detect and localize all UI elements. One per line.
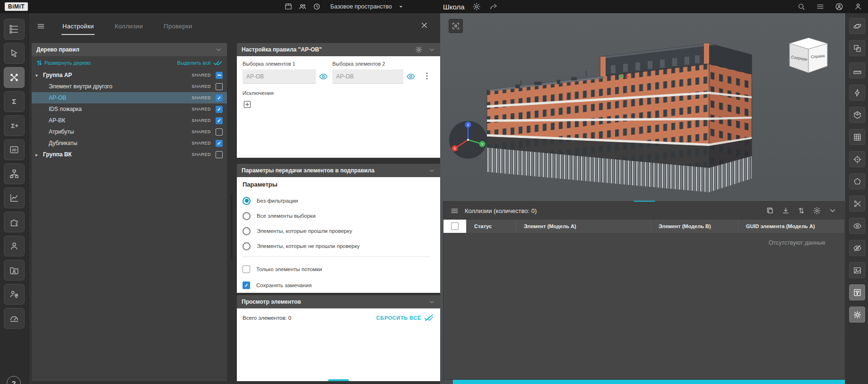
tree-item-1[interactable]: Элемент внутри другогоSHARED [32,81,227,92]
viewtool-explode-button[interactable] [849,307,865,323]
tool-view-2d-button[interactable]: 2D [4,139,25,160]
tree-item-checkbox[interactable] [216,140,223,147]
selection2-more-icon[interactable] [422,71,432,81]
reset-all-button[interactable]: СБРОСИТЬ ВСЁ [376,314,434,321]
viewtool-filter-box-button[interactable] [849,284,865,300]
expand-tree-link[interactable]: Развернуть дерево [36,60,91,66]
tool-puzzle-button[interactable] [4,212,25,232]
chevron-down-button[interactable] [828,206,837,215]
collisions-menu-icon[interactable] [450,206,459,215]
swap-vert-button[interactable] [797,206,806,215]
radio-icon[interactable] [243,242,251,250]
viewtool-layers-copy-button[interactable] [849,40,865,56]
gear-button[interactable] [813,206,821,215]
help-button[interactable]: ? [7,376,21,384]
tree-item-checkbox[interactable] [216,72,223,79]
panel-menu-icon[interactable] [36,22,45,31]
transfer-params-collapse-icon[interactable] [428,167,435,174]
viewtool-grid-button[interactable] [849,129,865,145]
collapse-tree-icon[interactable] [215,46,222,53]
tab-2[interactable]: Проверки [163,20,193,33]
tree-item-3[interactable]: IDS пожаркаSHARED [32,103,227,115]
tab-0[interactable]: Настройки [61,20,95,33]
radio-icon[interactable] [243,197,251,205]
tree-item-checkbox[interactable] [216,106,223,113]
column-header-2[interactable]: Элемент (Модель B) [651,220,738,233]
tree-item-checkbox[interactable] [216,151,223,158]
tool-folder-user-button[interactable] [4,260,25,281]
viewtool-image-off-button[interactable] [849,262,865,278]
search-button[interactable] [796,1,807,12]
tool-org-button[interactable] [4,163,25,184]
viewtool-section-cube-button[interactable] [849,107,865,123]
tool-model-tree-button[interactable] [4,19,25,40]
zoom-fit-button[interactable] [449,19,463,33]
radio-icon[interactable] [243,227,251,235]
person-button[interactable] [853,1,863,12]
tool-sigma-button[interactable]: Σ [4,91,25,112]
selection2-input[interactable] [332,69,403,84]
column-header-1[interactable]: Элемент (Модель А) [516,220,651,233]
package-button[interactable] [283,1,294,12]
viewtool-orbit-button[interactable] [849,18,865,34]
twisty-icon[interactable]: ▸ [35,152,42,157]
viewtool-bolt-button[interactable] [849,85,865,101]
rule-settings-collapse-icon[interactable] [428,46,435,53]
tree-item-4[interactable]: АР-ВКSHARED [32,115,227,126]
selection1-visibility-icon[interactable] [319,72,328,81]
copy-button[interactable] [766,206,774,215]
viewtool-scissors-cut-button[interactable] [849,196,865,212]
tree-scrollbar[interactable] [230,194,233,260]
radio-option-1[interactable]: Все элементы выборки [243,209,440,222]
radio-option-3[interactable]: Элементы, которые не прошли проверку [243,239,440,253]
radio-option-0[interactable]: Без фильтрации [243,194,440,207]
tree-item-checkbox[interactable] [216,117,223,124]
gear-button[interactable] [471,1,482,12]
forward-button[interactable] [488,1,499,12]
elements-view-collapse-icon[interactable] [428,299,435,306]
tool-chart-line-button[interactable] [4,188,25,208]
tree-item-5[interactable]: АтрибутыSHARED [32,126,227,137]
tree-item-checkbox[interactable] [216,128,223,136]
workspace-selector[interactable]: Базовое пространство [330,3,392,10]
tool-user-pin-button[interactable] [4,284,25,305]
select-all-link[interactable]: Выделить всё [177,60,222,66]
radio-option-2[interactable]: Элементы, которые прошли проверку [243,224,440,238]
team-button[interactable] [297,1,308,12]
tree-item-7[interactable]: ▸Группа ВКSHARED [32,149,227,160]
checkbox-icon[interactable] [243,265,250,273]
person-ring-button[interactable] [834,1,844,12]
viewtool-eye-button[interactable] [849,218,865,234]
tree-item-6[interactable]: ДубликатыSHARED [32,137,227,149]
rule-scroll-indicator[interactable] [328,379,349,381]
workspace-caret-icon[interactable] [396,1,406,12]
rule-settings-gear-icon[interactable] [415,46,423,53]
selection1-input[interactable] [243,69,316,84]
export-down-button[interactable] [781,206,790,215]
viewtool-ruler-button[interactable] [849,62,865,78]
viewtool-eye-off-button[interactable] [849,240,865,256]
radio-icon[interactable] [243,212,251,220]
checkbox-option-0[interactable]: Только элементы потомки [243,262,440,276]
viewtool-target-button[interactable] [849,151,865,167]
tool-gauge-button[interactable] [4,308,25,329]
tool-clash-button[interactable] [4,67,25,88]
view-cube[interactable]: Спереди Справа [780,33,837,78]
twisty-icon[interactable]: ▾ [35,73,42,78]
tool-select-pointer-button[interactable] [4,43,25,64]
close-panel-button[interactable] [420,21,429,30]
select-all-checkbox[interactable] [451,222,459,230]
tool-sigma-plus-button[interactable]: Σ [4,115,25,136]
tree-item-2[interactable]: АР-ОВSHARED [32,92,227,103]
tree-item-checkbox[interactable] [216,94,223,102]
tab-1[interactable]: Коллизии [113,20,144,33]
column-header-3[interactable]: GUID элемента (Модель А) [738,220,844,233]
tree-item-0[interactable]: ▾Группа АРSHARED [32,69,227,81]
checkbox-icon[interactable] [243,282,250,289]
menu-button[interactable] [815,1,825,12]
axis-gizmo[interactable]: Z X Y [448,120,488,160]
add-exclusion-button[interactable] [243,100,252,109]
tool-user-button[interactable] [4,236,25,256]
checkbox-option-1[interactable]: Сохранять замечания [243,278,440,292]
viewtool-polygon-button[interactable] [849,173,865,189]
